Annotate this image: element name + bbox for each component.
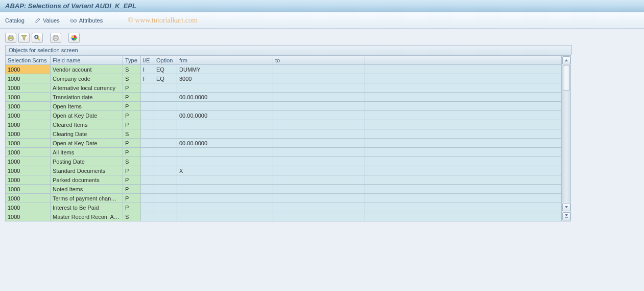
table-row[interactable]: 1000Master Record Recon. A…S — [6, 212, 562, 221]
col-frm[interactable]: frm — [177, 56, 273, 65]
cell-opt[interactable] — [154, 129, 177, 139]
cell-ie[interactable] — [141, 83, 154, 93]
cell-ie[interactable] — [141, 157, 154, 166]
cell-scrn[interactable]: 1000 — [6, 203, 51, 212]
cell-frm[interactable] — [177, 212, 273, 221]
cell-frm[interactable] — [177, 102, 273, 111]
table-row[interactable]: 1000Interest to Be PaidP — [6, 203, 562, 212]
cell-field[interactable]: Translation date — [51, 93, 123, 102]
cell-scrn[interactable]: 1000 — [6, 83, 51, 93]
cell-ie[interactable] — [141, 102, 154, 111]
cell-frm[interactable] — [177, 157, 273, 166]
cell-opt[interactable] — [154, 83, 177, 93]
cell-frm[interactable]: 00.00.0000 — [177, 93, 273, 102]
cell-opt[interactable] — [154, 203, 177, 212]
cell-frm[interactable] — [177, 148, 273, 157]
cell-field[interactable]: Open at Key Date — [51, 139, 123, 148]
cell-ie[interactable] — [141, 185, 154, 194]
cell-type[interactable]: P — [123, 102, 141, 111]
cell-field[interactable]: Interest to Be Paid — [51, 203, 123, 212]
cell-ie[interactable]: I — [141, 65, 154, 74]
cell-scrn[interactable]: 1000 — [6, 93, 51, 102]
scroll-thumb[interactable] — [563, 65, 570, 91]
col-ie[interactable]: I/E — [141, 56, 154, 65]
cell-frm[interactable]: X — [177, 166, 273, 175]
cell-frm[interactable]: 00.00.0000 — [177, 139, 273, 148]
cell-field[interactable]: Posting Date — [51, 157, 123, 166]
cell-scrn[interactable]: 1000 — [6, 139, 51, 148]
cell-opt[interactable] — [154, 212, 177, 221]
cell-scrn[interactable]: 1000 — [6, 212, 51, 221]
cell-ie[interactable] — [141, 166, 154, 175]
table-row[interactable]: 1000Terms of payment chan…P — [6, 194, 562, 203]
cell-ie[interactable] — [141, 129, 154, 139]
cell-frm[interactable] — [177, 203, 273, 212]
cell-frm[interactable] — [177, 194, 273, 203]
col-to[interactable]: to — [273, 56, 365, 65]
table-row[interactable]: 1000All ItemsP — [6, 148, 562, 157]
menu-catalog[interactable]: Catalog — [5, 17, 25, 24]
cell-scrn[interactable]: 1000 — [6, 194, 51, 203]
cell-opt[interactable] — [154, 111, 177, 120]
cell-to[interactable] — [273, 120, 365, 129]
cell-opt[interactable] — [154, 166, 177, 175]
col-opt[interactable]: Option — [154, 56, 177, 65]
table-row[interactable]: 1000Open ItemsP — [6, 102, 562, 111]
cell-to[interactable] — [273, 93, 365, 102]
cell-type[interactable]: S — [123, 65, 141, 74]
cell-frm[interactable] — [177, 185, 273, 194]
cell-opt[interactable] — [154, 93, 177, 102]
cell-field[interactable]: Open at Key Date — [51, 111, 123, 120]
cell-field[interactable]: Company code — [51, 74, 123, 83]
cell-to[interactable] — [273, 148, 365, 157]
cell-field[interactable]: Open Items — [51, 102, 123, 111]
cell-scrn[interactable]: 1000 — [6, 65, 51, 74]
table-row[interactable]: 1000Vendor accountSIEQDUMMY — [6, 65, 562, 74]
cell-type[interactable]: P — [123, 148, 141, 157]
cell-to[interactable] — [273, 102, 365, 111]
cell-scrn[interactable]: 1000 — [6, 175, 51, 185]
cell-scrn[interactable]: 1000 — [6, 102, 51, 111]
cell-ie[interactable] — [141, 212, 154, 221]
cell-ie[interactable] — [141, 194, 154, 203]
col-field[interactable]: Field name — [51, 56, 123, 65]
cell-type[interactable]: P — [123, 139, 141, 148]
menu-values[interactable]: Values — [35, 17, 60, 24]
cell-type[interactable]: P — [123, 185, 141, 194]
cell-type[interactable]: P — [123, 120, 141, 129]
print-preview-button[interactable] — [50, 33, 61, 43]
cell-field[interactable]: Alternative local currency — [51, 83, 123, 93]
table-row[interactable]: 1000Open at Key DateP00.00.0000 — [6, 111, 562, 120]
cell-to[interactable] — [273, 129, 365, 139]
col-scrn[interactable]: Selection Scrns — [6, 56, 51, 65]
table-row[interactable]: 1000Parked documentsP — [6, 175, 562, 185]
cell-field[interactable]: Clearing Date — [51, 129, 123, 139]
cell-scrn[interactable]: 1000 — [6, 185, 51, 194]
cell-opt[interactable] — [154, 157, 177, 166]
cell-ie[interactable] — [141, 203, 154, 212]
cell-type[interactable]: P — [123, 194, 141, 203]
cell-type[interactable]: P — [123, 166, 141, 175]
cell-ie[interactable] — [141, 175, 154, 185]
cell-to[interactable] — [273, 74, 365, 83]
cell-type[interactable]: S — [123, 157, 141, 166]
scroll-down-button[interactable] — [562, 203, 570, 211]
cell-type[interactable]: S — [123, 212, 141, 221]
search-button[interactable] — [32, 33, 43, 43]
cell-frm[interactable]: 3000 — [177, 74, 273, 83]
cell-opt[interactable] — [154, 120, 177, 129]
cell-field[interactable]: Master Record Recon. A… — [51, 212, 123, 221]
cell-frm[interactable]: DUMMY — [177, 65, 273, 74]
cell-frm[interactable] — [177, 175, 273, 185]
cell-field[interactable]: Terms of payment chan… — [51, 194, 123, 203]
table-row[interactable]: 1000Clearing DateS — [6, 129, 562, 139]
cell-to[interactable] — [273, 139, 365, 148]
table-row[interactable]: 1000Company codeSIEQ3000 — [6, 74, 562, 83]
cell-opt[interactable] — [154, 102, 177, 111]
cell-type[interactable]: P — [123, 111, 141, 120]
table-row[interactable]: 1000Cleared ItemsP — [6, 120, 562, 129]
scroll-end-button[interactable] — [562, 212, 570, 220]
cell-ie[interactable] — [141, 139, 154, 148]
cell-to[interactable] — [273, 194, 365, 203]
cell-opt[interactable] — [154, 194, 177, 203]
